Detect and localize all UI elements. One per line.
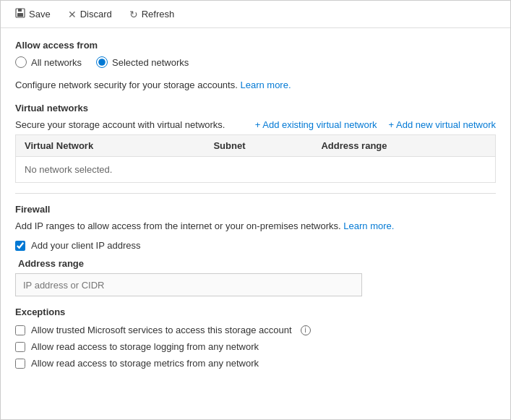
discard-button[interactable]: ✕ Discard bbox=[65, 7, 115, 22]
add-client-ip-checkbox[interactable] bbox=[15, 241, 25, 251]
description-learn-more-link[interactable]: Learn more. bbox=[240, 80, 291, 90]
add-client-ip-row: Add your client IP address bbox=[15, 240, 496, 251]
access-section-label: Allow access from bbox=[15, 40, 496, 51]
all-networks-option[interactable]: All networks bbox=[15, 56, 82, 68]
add-existing-vnet-link[interactable]: + Add existing virtual network bbox=[255, 119, 377, 130]
exception-label-1: Allow trusted Microsoft services to acce… bbox=[31, 325, 292, 335]
save-icon bbox=[15, 8, 25, 20]
selected-networks-radio[interactable] bbox=[96, 56, 108, 68]
exception-checkbox-3[interactable] bbox=[15, 359, 25, 369]
address-range-section: Address range bbox=[15, 258, 496, 296]
add-client-ip-label: Add your client IP address bbox=[31, 240, 141, 251]
access-radio-group: All networks Selected networks bbox=[15, 56, 496, 68]
svg-rect-1 bbox=[18, 9, 22, 12]
vnet-col-subnet: Subnet bbox=[205, 134, 312, 156]
add-new-vnet-link[interactable]: + Add new virtual network bbox=[389, 119, 497, 130]
vnet-subtext-label: Secure your storage account with virtual… bbox=[15, 119, 225, 130]
save-button[interactable]: Save bbox=[12, 7, 53, 22]
refresh-label: Refresh bbox=[142, 9, 175, 20]
vnet-empty-row: No network selected. bbox=[16, 156, 496, 182]
vnet-actions: + Add existing virtual network + Add new… bbox=[255, 119, 496, 130]
exception-checkbox-2[interactable] bbox=[15, 342, 25, 352]
firewall-description: Add IP ranges to allow access from the i… bbox=[15, 219, 496, 233]
firewall-learn-more-link[interactable]: Learn more. bbox=[343, 220, 394, 231]
exceptions-header: Exceptions bbox=[15, 307, 496, 317]
description-text: Configure network security for your stor… bbox=[15, 78, 496, 93]
discard-label: Discard bbox=[80, 9, 112, 20]
exception-checkbox-1[interactable] bbox=[15, 325, 25, 335]
exception-row-1: Allow trusted Microsoft services to acce… bbox=[15, 325, 496, 335]
exception-label-2: Allow read access to storage logging fro… bbox=[31, 341, 259, 352]
exceptions-section: Exceptions Allow trusted Microsoft servi… bbox=[15, 307, 496, 369]
exception-info-icon-1[interactable]: i bbox=[301, 325, 311, 335]
save-label: Save bbox=[29, 9, 51, 20]
exception-row-2: Allow read access to storage logging fro… bbox=[15, 341, 496, 352]
toolbar: Save ✕ Discard ↻ Refresh bbox=[1, 1, 510, 28]
vnet-col-virtual-network: Virtual Network bbox=[16, 134, 205, 156]
vnet-col-address-range: Address range bbox=[312, 134, 495, 156]
vnet-empty-message: No network selected. bbox=[16, 156, 496, 182]
exception-row-3: Allow read access to storage metrics fro… bbox=[15, 358, 496, 369]
vnet-table: Virtual Network Subnet Address range No … bbox=[15, 134, 496, 183]
virtual-networks-section: Virtual networks Secure your storage acc… bbox=[15, 103, 496, 183]
all-networks-label: All networks bbox=[31, 57, 82, 68]
selected-networks-option[interactable]: Selected networks bbox=[96, 56, 189, 68]
refresh-icon: ↻ bbox=[129, 9, 138, 20]
svg-rect-2 bbox=[17, 13, 23, 17]
exception-label-3: Allow read access to storage metrics fro… bbox=[31, 358, 259, 369]
all-networks-radio[interactable] bbox=[15, 56, 27, 68]
refresh-button[interactable]: ↻ Refresh bbox=[126, 7, 178, 22]
vnet-subtext: Secure your storage account with virtual… bbox=[15, 119, 496, 130]
firewall-section: Firewall Add IP ranges to allow access f… bbox=[15, 204, 496, 297]
selected-networks-label: Selected networks bbox=[112, 57, 189, 68]
vnet-header-label: Virtual networks bbox=[15, 103, 88, 113]
description-main: Configure network security for your stor… bbox=[15, 80, 238, 90]
address-range-label: Address range bbox=[18, 258, 496, 269]
firewall-desc-text: Add IP ranges to allow access from the i… bbox=[15, 220, 341, 231]
main-content: Allow access from All networks Selected … bbox=[1, 28, 510, 386]
vnet-header: Virtual networks bbox=[15, 103, 496, 113]
section-divider bbox=[15, 193, 496, 194]
address-range-input[interactable] bbox=[15, 273, 362, 296]
vnet-table-header-row: Virtual Network Subnet Address range bbox=[16, 134, 496, 156]
discard-icon: ✕ bbox=[68, 9, 77, 20]
firewall-header: Firewall bbox=[15, 204, 496, 215]
